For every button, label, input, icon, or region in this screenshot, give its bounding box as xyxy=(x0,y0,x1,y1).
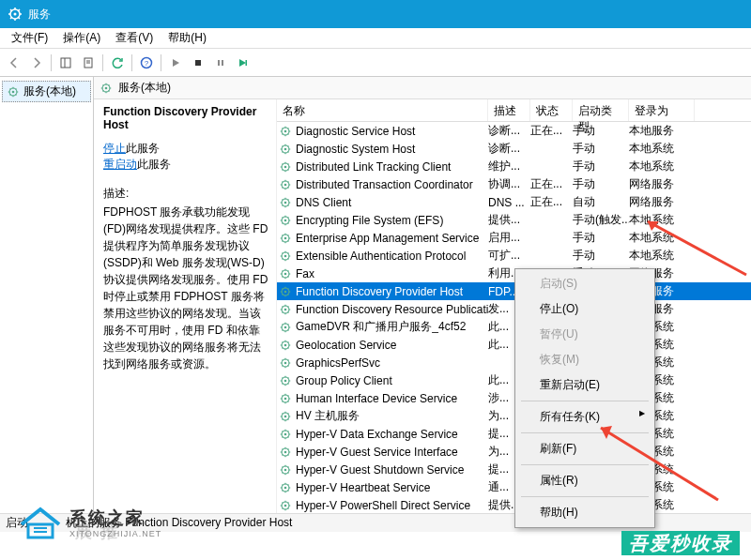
cell-status: 正在... xyxy=(530,176,573,192)
service-row[interactable]: Diagnostic Service Host诊断...正在...手动本地服务 xyxy=(277,122,751,140)
watermark-right: 吾爱秒收录 xyxy=(621,531,740,556)
restart-link[interactable]: 重启动 xyxy=(103,158,137,171)
svg-point-22 xyxy=(284,165,287,168)
svg-rect-10 xyxy=(218,60,220,66)
ctx-stop[interactable]: 停止(O) xyxy=(517,296,652,322)
gear-icon xyxy=(279,321,292,334)
stop-button[interactable] xyxy=(188,53,208,73)
ctx-help[interactable]: 帮助(H) xyxy=(517,500,652,525)
col-name[interactable]: 名称 xyxy=(277,99,488,121)
play-button[interactable] xyxy=(165,53,186,73)
cell-status: 正在... xyxy=(530,194,573,210)
svg-point-50 xyxy=(284,415,287,417)
watermark-right-text: 吾爱秒收录 xyxy=(621,531,740,555)
col-startup[interactable]: 启动类型 xyxy=(573,99,629,121)
back-button[interactable] xyxy=(4,53,24,73)
cell-name: Diagnostic Service Host xyxy=(296,125,488,138)
col-logon[interactable]: 登录为 xyxy=(629,99,695,121)
gear-icon xyxy=(279,499,292,512)
svg-point-52 xyxy=(284,432,287,435)
svg-point-14 xyxy=(12,90,15,93)
service-row[interactable]: DNS ClientDNS ...正在...自动网络服务 xyxy=(277,193,751,211)
service-row[interactable]: Enterprise App Management Service启用...手动… xyxy=(277,229,751,247)
cell-name: Group Policy Client xyxy=(296,374,488,387)
cell-name: Geolocation Service xyxy=(296,339,488,352)
description-label: 描述: xyxy=(103,186,268,202)
gear-icon xyxy=(100,82,113,95)
house-icon xyxy=(17,504,64,541)
cell-name: Distributed Link Tracking Client xyxy=(296,160,488,174)
ctx-pause[interactable]: 暂停(U) xyxy=(517,322,652,347)
stop-link[interactable]: 停止 xyxy=(103,142,126,155)
menu-help[interactable]: 帮助(H) xyxy=(161,28,214,48)
service-row[interactable]: Diagnostic System Host诊断...手动本地系统 xyxy=(277,140,751,158)
export-button[interactable] xyxy=(78,53,99,73)
svg-point-24 xyxy=(284,183,287,186)
gear-icon xyxy=(279,463,292,477)
pause-button[interactable] xyxy=(210,53,231,73)
gear-icon xyxy=(279,392,292,405)
svg-point-46 xyxy=(284,379,287,382)
menu-action[interactable]: 操作(A) xyxy=(55,28,108,48)
show-hide-button[interactable] xyxy=(55,53,76,73)
tree-root-item[interactable]: 服务(本地) xyxy=(2,81,91,102)
cell-name: Enterprise App Management Service xyxy=(296,232,488,245)
gear-icon xyxy=(279,481,292,494)
svg-point-30 xyxy=(284,236,287,239)
gear-icon xyxy=(279,303,292,316)
svg-point-58 xyxy=(284,486,287,489)
col-desc[interactable]: 描述 xyxy=(488,99,530,121)
service-row[interactable]: Distributed Link Tracking Client维护...手动本… xyxy=(277,158,751,175)
cell-logon: 本地系统 xyxy=(629,212,695,228)
ctx-refresh[interactable]: 刷新(F) xyxy=(517,436,652,462)
service-row[interactable]: Extensible Authentication Protocol可扩...手… xyxy=(277,247,751,265)
cell-name: Human Interface Device Service xyxy=(296,392,488,405)
svg-point-32 xyxy=(284,254,287,257)
window-title: 服务 xyxy=(28,7,51,23)
forward-button[interactable] xyxy=(26,53,47,73)
ctx-start[interactable]: 启动(S) xyxy=(517,271,652,296)
ctx-restart[interactable]: 重新启动(E) xyxy=(517,372,652,398)
gear-icon xyxy=(279,428,292,441)
svg-point-18 xyxy=(284,129,287,132)
watermark-left-url: XITONGZHIJIA.NET xyxy=(69,529,161,538)
ctx-alltasks[interactable]: 所有任务(K) xyxy=(517,404,652,430)
cell-name: Fax xyxy=(296,267,488,280)
restart-button[interactable] xyxy=(233,53,253,73)
cell-logon: 网络服务 xyxy=(629,176,695,192)
menu-file[interactable]: 文件(F) xyxy=(4,28,55,48)
app-icon xyxy=(8,7,23,22)
gear-icon xyxy=(279,267,292,280)
ctx-properties[interactable]: 属性(R) xyxy=(517,468,652,493)
gear-icon xyxy=(7,85,20,98)
detail-pane: Function Discovery Provider Host 停止此服务 重… xyxy=(94,99,277,513)
help-button[interactable]: ? xyxy=(136,53,157,73)
service-row[interactable]: Distributed Transaction Coordinator协调...… xyxy=(277,175,751,193)
ctx-resume[interactable]: 恢复(M) xyxy=(517,347,652,372)
cell-desc: 可扩... xyxy=(488,248,530,264)
cell-name: Encrypting File System (EFS) xyxy=(296,214,488,227)
svg-point-34 xyxy=(284,272,287,275)
cell-desc: 提供... xyxy=(488,212,530,228)
cell-logon: 本地系统 xyxy=(629,248,695,264)
cell-startup: 手动(触发... xyxy=(573,212,629,228)
svg-point-60 xyxy=(284,504,287,507)
gear-icon xyxy=(279,339,292,352)
gear-icon xyxy=(279,196,292,209)
refresh-button[interactable] xyxy=(107,53,128,73)
cell-startup: 手动 xyxy=(573,230,629,246)
cell-desc: 维护... xyxy=(488,159,530,174)
col-status[interactable]: 状态 xyxy=(530,99,573,121)
cell-logon: 网络服务 xyxy=(629,194,695,210)
detail-header-label: 服务(本地) xyxy=(118,80,171,96)
cell-desc: DNS ... xyxy=(488,196,530,209)
cell-startup: 手动 xyxy=(573,248,629,264)
svg-point-20 xyxy=(284,147,287,150)
svg-point-44 xyxy=(284,361,287,364)
service-row[interactable]: Encrypting File System (EFS)提供...手动(触发..… xyxy=(277,211,751,229)
tree-root-label: 服务(本地) xyxy=(23,83,76,99)
gear-icon xyxy=(279,285,292,298)
menu-view[interactable]: 查看(V) xyxy=(108,28,161,48)
cell-startup: 自动 xyxy=(573,194,629,210)
selected-service-title: Function Discovery Provider Host xyxy=(103,105,268,131)
